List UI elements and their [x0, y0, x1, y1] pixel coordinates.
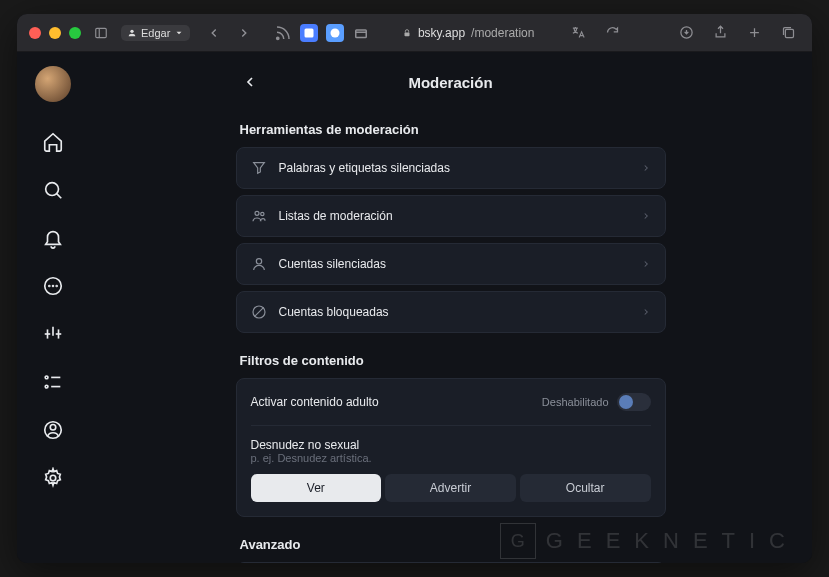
new-tab-button[interactable] — [742, 21, 766, 45]
sidebar — [17, 52, 89, 563]
nudity-filter: Desnudez no sexual p. ej. Desnudez artís… — [251, 425, 651, 502]
tool-label: Cuentas silenciadas — [279, 257, 629, 271]
tool-moderation-lists[interactable]: Listas de moderación — [236, 195, 666, 237]
svg-point-30 — [50, 475, 56, 481]
svg-point-16 — [49, 286, 50, 287]
funnel-icon — [251, 160, 267, 176]
svg-point-32 — [260, 212, 263, 215]
svg-rect-6 — [356, 30, 367, 38]
adult-content-label: Activar contenido adulto — [251, 395, 379, 409]
svg-point-18 — [56, 286, 57, 287]
svg-point-17 — [53, 286, 54, 287]
url-domain: bsky.app — [418, 26, 465, 40]
profile-badge[interactable]: Edgar — [121, 25, 190, 41]
svg-point-13 — [46, 183, 59, 196]
tool-label: Cuentas bloqueadas — [279, 305, 629, 319]
tool-blocked-accounts[interactable]: Cuentas bloqueadas — [236, 291, 666, 333]
svg-rect-0 — [96, 28, 107, 37]
svg-point-25 — [45, 385, 48, 388]
main-content: Moderación Herramientas de moderación Pa… — [89, 52, 812, 563]
svg-line-35 — [254, 307, 263, 316]
svg-point-24 — [45, 376, 48, 379]
page-title: Moderación — [408, 74, 492, 91]
tool-label: Listas de moderación — [279, 209, 629, 223]
nav-buttons — [202, 21, 256, 45]
svg-point-3 — [277, 37, 279, 39]
browser-window: Edgar bsky.app/moderation — [17, 14, 812, 563]
svg-point-33 — [256, 259, 261, 264]
minimize-window-button[interactable] — [49, 27, 61, 39]
svg-line-14 — [57, 194, 62, 199]
adult-content-row: Activar contenido adulto Deshabilitado — [251, 393, 651, 411]
users-icon — [251, 208, 267, 224]
url-path: /moderation — [471, 26, 534, 40]
toolbar-right — [566, 21, 800, 45]
moderation-service-card[interactable]: Bluesky Moderation Service Official Blue… — [236, 562, 666, 563]
chevron-right-icon — [641, 207, 651, 225]
app-body: Moderación Herramientas de moderación Pa… — [17, 52, 812, 563]
rss-icon[interactable] — [274, 24, 292, 42]
nav-lists[interactable] — [39, 368, 67, 396]
tool-muted-words[interactable]: Palabras y etiquetas silenciadas — [236, 147, 666, 189]
nav-profile[interactable] — [39, 416, 67, 444]
nav-settings[interactable] — [39, 464, 67, 492]
tools-list: Palabras y etiquetas silenciadas Listas … — [236, 147, 666, 333]
tool-label: Palabras y etiquetas silenciadas — [279, 161, 629, 175]
nudity-subtitle: p. ej. Desnudez artística. — [251, 452, 651, 464]
extension-icons — [274, 24, 370, 42]
svg-rect-4 — [305, 28, 314, 37]
download-button[interactable] — [674, 21, 698, 45]
share-button[interactable] — [708, 21, 732, 45]
option-hide[interactable]: Ocultar — [520, 474, 651, 502]
nav-search[interactable] — [39, 176, 67, 204]
page-header: Moderación — [236, 62, 666, 114]
traffic-lights — [29, 27, 81, 39]
extension-icon-2[interactable] — [326, 24, 344, 42]
reload-button[interactable] — [600, 21, 624, 45]
tabs-button[interactable] — [776, 21, 800, 45]
nav-notifications[interactable] — [39, 224, 67, 252]
maximize-window-button[interactable] — [69, 27, 81, 39]
nudity-segmented-control: Ver Advertir Ocultar — [251, 474, 651, 502]
extension-icon-1[interactable] — [300, 24, 318, 42]
svg-point-29 — [50, 425, 56, 431]
titlebar: Edgar bsky.app/moderation — [17, 14, 812, 52]
svg-point-5 — [331, 28, 340, 37]
section-advanced-title: Avanzado — [240, 537, 666, 552]
lock-icon — [402, 28, 412, 38]
close-window-button[interactable] — [29, 27, 41, 39]
avatar[interactable] — [35, 66, 71, 102]
chevron-right-icon — [641, 159, 651, 177]
nudity-title: Desnudez no sexual — [251, 438, 651, 452]
nav-home[interactable] — [39, 128, 67, 156]
adult-content-status: Deshabilitado — [542, 396, 609, 408]
svg-point-31 — [255, 211, 259, 215]
section-filters-title: Filtros de contenido — [240, 353, 666, 368]
chevron-right-icon — [641, 303, 651, 321]
adult-content-toggle[interactable] — [617, 393, 651, 411]
svg-rect-12 — [785, 29, 793, 37]
back-button[interactable] — [202, 21, 226, 45]
person-icon — [251, 256, 267, 272]
translate-button[interactable] — [566, 21, 590, 45]
nav-chat[interactable] — [39, 272, 67, 300]
sidebar-toggle-button[interactable] — [89, 21, 113, 45]
ban-icon — [251, 304, 267, 320]
chevron-right-icon — [641, 255, 651, 273]
svg-rect-8 — [404, 32, 409, 36]
section-tools-title: Herramientas de moderación — [240, 122, 666, 137]
profile-name: Edgar — [141, 27, 170, 39]
tool-muted-accounts[interactable]: Cuentas silenciadas — [236, 243, 666, 285]
option-show[interactable]: Ver — [251, 474, 382, 502]
url-bar[interactable]: bsky.app/moderation — [398, 26, 538, 40]
nav-feeds[interactable] — [39, 320, 67, 348]
svg-point-2 — [130, 29, 133, 32]
filters-card: Activar contenido adulto Deshabilitado D… — [236, 378, 666, 517]
extension-icon-3[interactable] — [352, 24, 370, 42]
page-back-button[interactable] — [236, 68, 264, 96]
option-warn[interactable]: Advertir — [385, 474, 516, 502]
forward-button[interactable] — [232, 21, 256, 45]
